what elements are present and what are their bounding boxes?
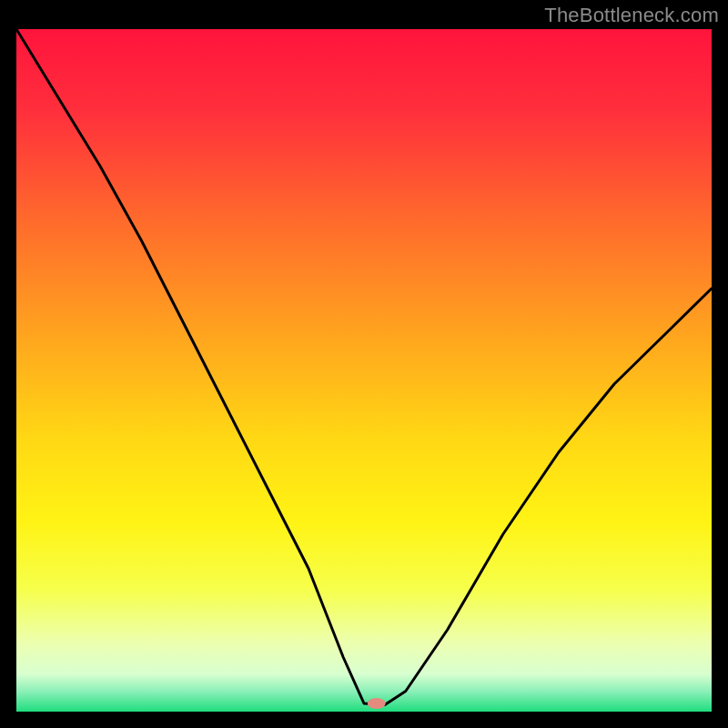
gradient-background — [16, 29, 712, 712]
watermark-text: TheBottleneck.com — [544, 4, 719, 27]
optimal-marker — [368, 698, 386, 709]
bottleneck-chart — [0, 0, 728, 728]
chart-frame: TheBottleneck.com — [0, 0, 728, 728]
